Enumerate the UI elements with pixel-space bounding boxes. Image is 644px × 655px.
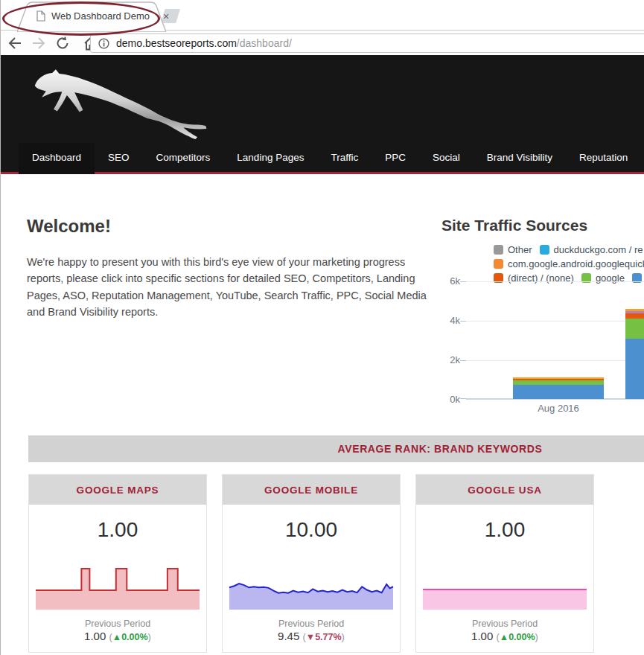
axis-tick — [460, 360, 466, 361]
axis-tick — [460, 321, 466, 322]
card-google-mobile: GOOGLE MOBILE 10.00 Previous Period 9.45… — [222, 474, 401, 653]
nav-item-ppc[interactable]: PPC — [372, 143, 419, 172]
jaguar-logo — [10, 57, 233, 146]
card-value: 10.00 — [223, 518, 400, 542]
card-title: GOOGLE USA — [468, 485, 542, 496]
legend-swatch-icon — [494, 245, 503, 255]
stacked-bar — [513, 275, 604, 399]
card-header: GOOGLE MOBILE — [223, 475, 400, 505]
bar-segment — [625, 313, 644, 319]
page-icon — [36, 10, 45, 22]
browser-toolbar: demo.bestseoreports.com/dashboard/ — [1, 31, 644, 55]
tab-strip: Web Dashboard Demo × — [1, 0, 644, 31]
tab-title: Web Dashboard Demo — [51, 10, 150, 22]
x-axis-label: Aug 2016 — [513, 403, 604, 414]
axis-tick — [460, 398, 466, 399]
bar-segment — [625, 339, 644, 399]
y-axis-label: 2k — [429, 354, 460, 365]
y-axis-label: 4k — [429, 315, 460, 326]
legend-swatch-icon — [494, 259, 503, 269]
axis-tick — [460, 281, 466, 282]
nav: DashboardSEOCompetitorsLanding PagesTraf… — [19, 143, 641, 172]
nav-item-social[interactable]: Social — [419, 143, 474, 172]
nav-item-traffic[interactable]: Traffic — [317, 143, 372, 172]
legend-label: duckduckgo.com / re — [554, 244, 643, 255]
traffic-chart-title: Site Traffic Sources — [441, 217, 587, 234]
browser-window: Web Dashboard Demo × — [0, 0, 644, 655]
nav-item-competitors[interactable]: Competitors — [143, 143, 224, 172]
previous-period-label: Previous Period — [29, 619, 206, 629]
previous-period-value: 1.00 (▲0.00%) — [29, 630, 206, 642]
previous-period-label: Previous Period — [416, 619, 593, 629]
page-info-icon[interactable] — [98, 38, 109, 49]
bar-segment — [513, 377, 604, 379]
bar-segment — [625, 311, 644, 313]
bar-segment — [625, 309, 644, 311]
sparkline-chart — [423, 570, 587, 610]
stacked-bar — [625, 275, 644, 399]
previous-period-label: Previous Period — [223, 619, 400, 629]
card-google-maps: GOOGLE MAPS 1.00 Previous Period 1.00 (▲… — [28, 474, 207, 653]
nav-item-dashboard[interactable]: Dashboard — [19, 143, 95, 172]
sparkline-chart — [229, 570, 393, 610]
sparkline-chart — [36, 570, 200, 610]
url-host: demo.bestseoreports.com — [116, 37, 237, 49]
url-path: /dashboard/ — [237, 37, 292, 49]
legend-item[interactable]: Other — [494, 244, 532, 255]
tab-close-icon[interactable]: × — [163, 10, 169, 22]
legend-label: Other — [508, 244, 532, 255]
reload-button[interactable] — [53, 33, 72, 53]
nav-item-seo[interactable]: SEO — [95, 143, 143, 172]
average-rank-banner: AVERAGE RANK: BRAND KEYWORDS — [28, 435, 644, 462]
forward-button[interactable] — [29, 33, 48, 53]
y-axis-label: 0k — [429, 394, 460, 405]
address-bar[interactable]: demo.bestseoreports.com/dashboard/ — [90, 33, 644, 53]
card-header: GOOGLE MAPS — [29, 475, 206, 505]
bar-segment — [513, 380, 604, 384]
page-title: Welcome! — [27, 216, 111, 237]
banner-label: AVERAGE RANK: BRAND KEYWORDS — [338, 443, 543, 455]
site-header: DashboardSEOCompetitorsLanding PagesTraf… — [1, 55, 644, 174]
previous-period-value: 9.45 (▼5.77%) — [223, 630, 400, 642]
nav-item-landing-pages[interactable]: Landing Pages — [223, 143, 317, 172]
welcome-text: We're happy to present you with this bir… — [27, 254, 435, 321]
nav-item-brand-visibility[interactable]: Brand Visibility — [474, 143, 566, 172]
card-title: GOOGLE MOBILE — [264, 485, 358, 496]
legend-label: com.google.android.googlequick — [508, 258, 644, 269]
card-title: GOOGLE MAPS — [77, 485, 159, 496]
legend-item[interactable]: duckduckgo.com / re — [540, 244, 643, 255]
traffic-chart-plot: 0k2k4k6kAug 2016 — [466, 276, 644, 400]
bar-segment — [625, 319, 644, 339]
card-header: GOOGLE USA — [416, 475, 593, 505]
card-value: 1.00 — [29, 518, 206, 542]
nav-item-reputation[interactable]: Reputation — [566, 143, 641, 172]
card-google-usa: GOOGLE USA 1.00 Previous Period 1.00 (▲0… — [415, 474, 594, 653]
y-axis-label: 6k — [429, 275, 460, 287]
back-button[interactable] — [5, 33, 25, 53]
legend-item[interactable]: com.google.android.googlequick — [494, 258, 644, 269]
delta-badge: ▼5.77% — [306, 632, 342, 642]
bar-segment — [513, 379, 604, 381]
delta-badge: ▲0.00% — [500, 632, 535, 642]
card-value: 1.00 — [416, 518, 593, 542]
delta-badge: ▲0.00% — [112, 632, 148, 642]
bar-segment — [513, 385, 604, 399]
legend-swatch-icon — [540, 245, 549, 255]
previous-period-value: 1.00 (▲0.00%) — [416, 630, 593, 642]
tab-web-dashboard-demo[interactable]: Web Dashboard Demo × — [17, 1, 166, 31]
